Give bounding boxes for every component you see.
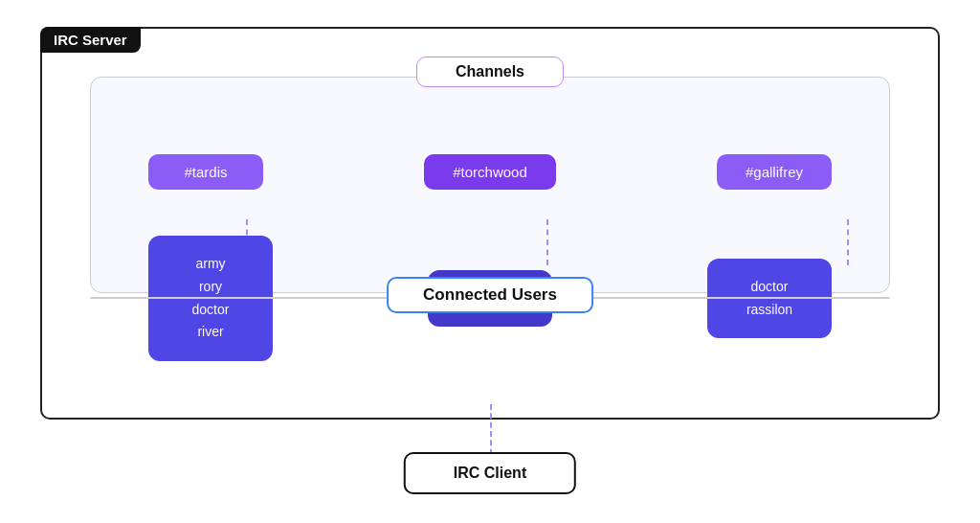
channels-section: Channels #tardis #torchwood #gallifrey a… (90, 77, 890, 293)
channel-torchwood: #torchwood (424, 154, 556, 190)
user-army: army (195, 256, 225, 271)
channels-row: #tardis #torchwood #gallifrey (148, 154, 832, 190)
connected-users-label-box: Connected Users (387, 277, 593, 313)
user-doctor-tardis: doctor (192, 302, 230, 317)
channel-tardis: #tardis (148, 154, 263, 190)
user-river: river (197, 324, 223, 339)
user-doctor-gallifrey: doctor (751, 279, 789, 294)
diagram-wrapper: IRC Server Channels #tardis #torchwood #… (31, 17, 949, 506)
connected-users-section: Connected Users (90, 297, 890, 299)
irc-client-box: IRC Client (404, 452, 576, 494)
irc-server-label: IRC Server (40, 27, 141, 53)
irc-server-box: IRC Server Channels #tardis #torchwood #… (40, 27, 940, 420)
line-gallifrey (847, 219, 849, 265)
user-rory: rory (199, 279, 222, 294)
channel-gallifrey: #gallifrey (717, 154, 832, 190)
user-rassilon: rassilon (746, 302, 792, 317)
channels-label-box: Channels (416, 57, 564, 87)
